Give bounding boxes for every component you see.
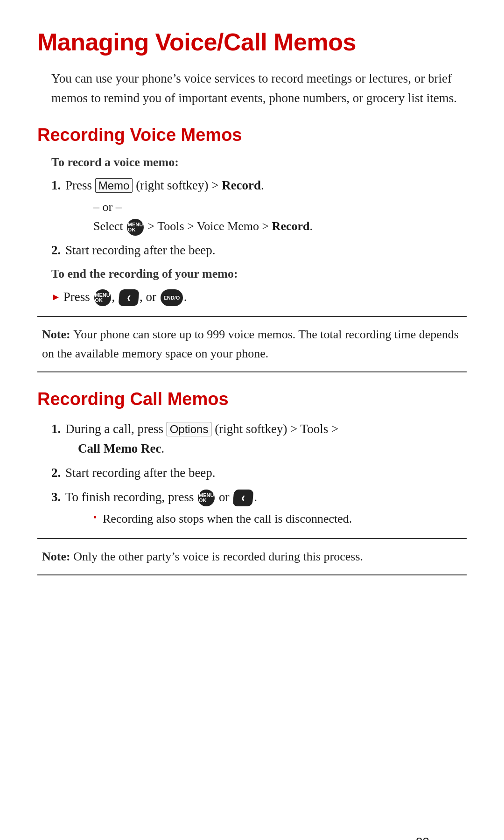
- step1-or-block: – or – Select MENUOK > Tools > Voice Mem…: [65, 197, 467, 236]
- voice-memos-subheading2: To end the recording of your memo:: [37, 267, 467, 281]
- call-memos-note: Note: Only the other party’s voice is re…: [37, 538, 467, 575]
- page-wrap: Managing Voice/Call Memos You can use yo…: [37, 28, 467, 840]
- step2-num: 2.: [51, 241, 61, 260]
- voice-memos-subheading1: To record a voice memo:: [37, 155, 467, 169]
- memo-key: Memo: [95, 178, 133, 193]
- or-text: – or –: [93, 200, 122, 214]
- back-icon-2: ❰: [233, 490, 254, 506]
- call-memos-step2: 2. Start recording after the beep.: [51, 463, 467, 483]
- options-key: Options: [167, 422, 212, 436]
- voice-memos-note: Note: Your phone can store up to 999 voi…: [37, 316, 467, 372]
- call-memos-step1: 1. During a call, press Options (right s…: [51, 420, 467, 459]
- call-memos-steps: 1. During a call, press Options (right s…: [37, 420, 467, 529]
- voice-memos-steps: 1. Press Memo (right softkey) > Record. …: [37, 176, 467, 260]
- section-call-memos-title: Recording Call Memos: [37, 389, 467, 409]
- call-step1-text: During a call, press Options (right soft…: [65, 422, 338, 455]
- menu-ok-icon: MENUOK: [127, 219, 144, 236]
- section-voice-memos: Recording Voice Memos To record a voice …: [37, 125, 467, 372]
- step3-subbullet-list: Recording also stops when the call is di…: [65, 510, 467, 528]
- call-step3-text: To finish recording, press MENUOK or ❰.: [65, 490, 257, 504]
- voice-memos-step2: 2. Start recording after the beep.: [51, 241, 467, 260]
- section-voice-memos-title: Recording Voice Memos: [37, 125, 467, 145]
- note-text-2: Only the other party’s voice is recorded…: [73, 550, 363, 563]
- intro-text: You can use your phone’s voice services …: [37, 69, 467, 108]
- end-recording-text: Press MENUOK, ❰, or END/O.: [63, 287, 187, 307]
- page-title: Managing Voice/Call Memos: [37, 28, 467, 56]
- back-icon: ❰: [118, 289, 139, 306]
- menu-ok-icon-3: MENUOK: [198, 490, 215, 506]
- menu-ok-icon-2: MENUOK: [94, 289, 111, 306]
- end-io-icon: END/O: [161, 289, 183, 306]
- section-call-memos: Recording Call Memos 1. During a call, p…: [37, 389, 467, 575]
- call-step2-text: Start recording after the beep.: [65, 466, 216, 480]
- step1-text: Press Memo (right softkey) > Record.: [65, 178, 264, 192]
- triangle-icon: ►: [51, 290, 61, 304]
- step2-text: Start recording after the beep.: [65, 243, 216, 257]
- call-step3-num: 3.: [51, 488, 61, 507]
- voice-memos-step1: 1. Press Memo (right softkey) > Record. …: [51, 176, 467, 236]
- step3-subbullet: Recording also stops when the call is di…: [93, 510, 467, 528]
- call-step1-num: 1.: [51, 420, 61, 439]
- step1-num: 1.: [51, 176, 61, 196]
- note-label-1: Note:: [42, 328, 73, 341]
- note-label-2: Note:: [42, 550, 73, 563]
- call-memos-step3: 3. To finish recording, press MENUOK or …: [51, 488, 467, 529]
- call-step2-num: 2.: [51, 463, 61, 483]
- end-recording-bullet: ► Press MENUOK, ❰, or END/O.: [37, 287, 467, 307]
- page-number: 83: [416, 835, 429, 840]
- note-text-1: Your phone can store up to 999 voice mem…: [42, 328, 459, 360]
